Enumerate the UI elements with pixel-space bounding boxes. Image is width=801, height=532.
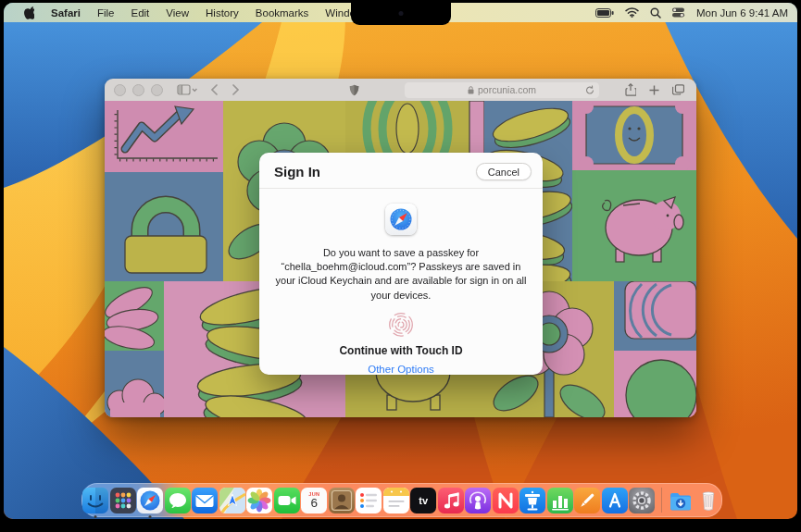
dialog-title: Sign In	[274, 164, 320, 179]
dock-calendar-icon[interactable]: JUN 6	[301, 488, 327, 513]
dock: JUN 6 tv	[81, 483, 722, 517]
camera-dot	[398, 11, 403, 16]
back-icon[interactable]	[204, 84, 225, 95]
menu-item-history[interactable]: History	[197, 7, 247, 19]
dock-news-icon[interactable]	[493, 488, 519, 513]
menu-item-bookmarks[interactable]: Bookmarks	[247, 7, 318, 19]
dock-maps-icon[interactable]	[219, 488, 245, 513]
dock-contacts-icon[interactable]	[329, 488, 355, 513]
menu-item-safari[interactable]: Safari	[43, 7, 89, 19]
dock-divider	[661, 488, 662, 513]
url-text: porcunia.com	[478, 84, 536, 95]
minimize-window-button[interactable]	[132, 84, 144, 96]
dock-keynote-icon[interactable]	[519, 488, 545, 513]
tile-banknote	[572, 101, 696, 171]
dock-tv-icon[interactable]: tv	[410, 488, 436, 513]
tile-piggy-bank	[572, 170, 696, 281]
dock-finder-icon[interactable]	[82, 488, 108, 513]
dock-pages-icon[interactable]	[574, 488, 600, 513]
safari-app-icon	[385, 204, 417, 235]
tv-logo-text: tv	[419, 495, 428, 506]
zoom-window-button[interactable]	[151, 84, 163, 96]
sidebar-icon[interactable]	[170, 84, 204, 95]
other-options-link[interactable]: Other Options	[259, 364, 543, 375]
dock-appstore-icon[interactable]	[602, 488, 628, 513]
privacy-shield-icon[interactable]	[343, 84, 366, 96]
menu-item-view[interactable]: View	[157, 7, 197, 19]
forward-icon[interactable]	[225, 84, 246, 95]
dock-numbers-icon[interactable]	[547, 488, 573, 513]
traffic-lights	[105, 84, 170, 96]
tab-overview-icon[interactable]	[666, 84, 691, 95]
tile-coil	[614, 281, 696, 351]
dock-downloads-icon[interactable]	[668, 488, 694, 513]
share-icon[interactable]	[619, 83, 643, 96]
battery-icon[interactable]	[595, 8, 614, 18]
camera-notch	[351, 3, 451, 25]
safari-toolbar: porcunia.com	[105, 79, 696, 102]
reload-icon[interactable]	[585, 85, 594, 97]
address-bar[interactable]: porcunia.com	[405, 82, 599, 98]
control-center-icon[interactable]	[672, 7, 685, 18]
passkey-dialog: Sign In Cancel Do you want to save a pas…	[259, 153, 543, 375]
tile-lock	[105, 172, 223, 281]
dock-settings-icon[interactable]	[629, 488, 655, 513]
apple-menu-icon[interactable]	[15, 6, 43, 19]
dock-mail-icon[interactable]	[192, 488, 218, 513]
menu-item-edit[interactable]: Edit	[123, 7, 158, 19]
continue-touch-id-label: Continue with Touch ID	[259, 344, 543, 357]
new-tab-icon[interactable]	[643, 85, 666, 95]
dock-launchpad-icon[interactable]	[110, 488, 136, 513]
calendar-day: 6	[310, 497, 318, 510]
cancel-button[interactable]: Cancel	[476, 163, 532, 180]
wifi-icon[interactable]	[625, 7, 639, 18]
menu-item-file[interactable]: File	[89, 7, 123, 19]
search-icon[interactable]	[650, 7, 661, 19]
dock-facetime-icon[interactable]	[274, 488, 300, 513]
dock-safari-icon[interactable]	[137, 488, 163, 513]
tile-coin-fan	[105, 281, 164, 353]
tile-chart	[105, 101, 223, 172]
tile-green-circle	[614, 351, 696, 417]
dock-notes-icon[interactable]	[383, 488, 409, 513]
dock-podcasts-icon[interactable]	[465, 488, 491, 513]
dock-music-icon[interactable]	[438, 488, 464, 513]
desktop-screen: porcunia.com	[4, 3, 797, 519]
dialog-body-text: Do you want to save a passkey for “chell…	[267, 246, 535, 303]
dock-reminders-icon[interactable]	[356, 488, 382, 513]
fingerprint-icon	[388, 312, 414, 338]
divider	[259, 188, 543, 189]
tile-cloud	[105, 351, 166, 417]
dock-messages-icon[interactable]	[165, 488, 191, 513]
dock-photos-icon[interactable]	[246, 488, 272, 513]
menubar-clock[interactable]: Mon Jun 6 9:41 AM	[696, 7, 788, 19]
dock-trash-icon[interactable]	[695, 488, 721, 513]
close-window-button[interactable]	[114, 84, 126, 96]
